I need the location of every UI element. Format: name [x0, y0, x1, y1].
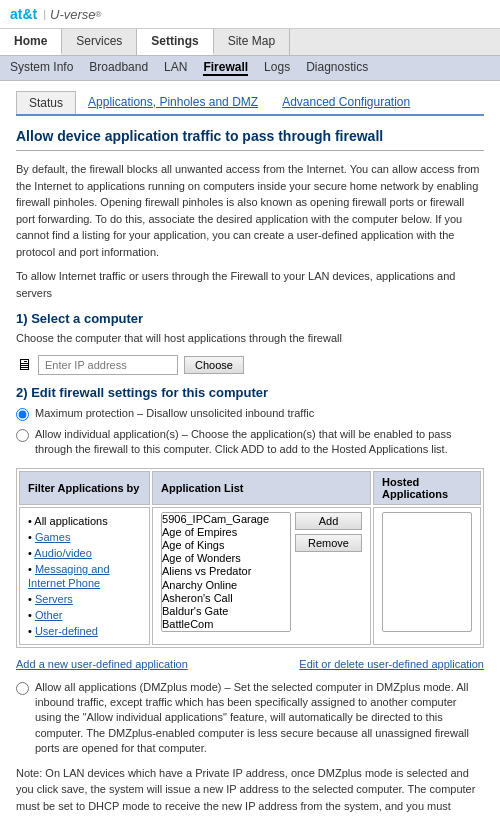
hosted-cell [373, 507, 481, 645]
links-row: Add a new user-defined application Edit … [16, 658, 484, 670]
add-new-link[interactable]: Add a new user-defined application [16, 658, 188, 670]
computer-icon: 🖥 [16, 356, 32, 374]
subnav-firewall[interactable]: Firewall [203, 60, 248, 76]
add-button[interactable]: Add [295, 512, 362, 530]
nav-sitemap[interactable]: Site Map [214, 29, 290, 55]
filter-userdefined[interactable]: • User-defined [28, 624, 141, 638]
tab-status[interactable]: Status [16, 91, 76, 114]
nav-home[interactable]: Home [0, 29, 62, 55]
app-option[interactable]: Anarchy Online [162, 579, 290, 592]
computer-select-row: 🖥 Choose [16, 355, 484, 375]
filter-all: • All applications [28, 514, 141, 528]
radio-dmz-input[interactable] [16, 682, 29, 695]
radio-individual-input[interactable] [16, 429, 29, 442]
intro-text: By default, the firewall blocks all unwa… [16, 161, 484, 260]
filter-messaging[interactable]: • Messaging and Internet Phone [28, 562, 141, 590]
header: at&t | U-verse ® [0, 0, 500, 29]
att-logo: at&t [10, 6, 37, 22]
remove-button[interactable]: Remove [295, 534, 362, 552]
filter-games[interactable]: • Games [28, 530, 141, 544]
tab-applications[interactable]: Applications, Pinholes and DMZ [76, 91, 270, 114]
subnav-broadband[interactable]: Broadband [89, 60, 148, 76]
app-option[interactable]: 5906_IPCam_Garage [162, 513, 290, 526]
app-option[interactable]: Age of Kings [162, 539, 290, 552]
app-option[interactable]: Aliens vs Predator [162, 565, 290, 578]
sub-nav: System Info Broadband LAN Firewall Logs … [0, 56, 500, 81]
hosted-select[interactable] [382, 512, 472, 632]
radio-individual-label: Allow individual application(s) – Choose… [35, 427, 484, 458]
section2-title: 2) Edit firewall settings for this compu… [16, 385, 484, 400]
app-option[interactable]: Asheron's Call [162, 592, 290, 605]
subnav-lan[interactable]: LAN [164, 60, 187, 76]
tab-advanced[interactable]: Advanced Configuration [270, 91, 422, 114]
subnav-diagnostics[interactable]: Diagnostics [306, 60, 368, 76]
radio-individual: Allow individual application(s) – Choose… [16, 427, 484, 458]
subnav-logs[interactable]: Logs [264, 60, 290, 76]
ip-input[interactable] [38, 355, 178, 375]
hosted-header: Hosted Applications [373, 471, 481, 505]
subnav-systeminfo[interactable]: System Info [10, 60, 73, 76]
radio-max-label: Maximum protection – Disallow unsolicite… [35, 406, 314, 421]
uverse-logo: U-verse [50, 7, 96, 22]
app-option[interactable]: Age of Empires [162, 526, 290, 539]
dmz-label: Allow all applications (DMZplus mode) – … [35, 680, 484, 757]
dmz-radio-row: Allow all applications (DMZplus mode) – … [16, 680, 484, 757]
nav-settings[interactable]: Settings [137, 29, 213, 55]
filter-audio[interactable]: • Audio/video [28, 546, 141, 560]
app-option[interactable]: Baldur's Gate [162, 605, 290, 618]
filter-list-cell: • All applications • Games • Audio/video… [19, 507, 150, 645]
app-option[interactable]: BattleCom [162, 618, 290, 631]
radio-max-input[interactable] [16, 408, 29, 421]
nav-services[interactable]: Services [62, 29, 137, 55]
filter-other[interactable]: • Other [28, 608, 141, 622]
content-area: Status Applications, Pinholes and DMZ Ad… [0, 81, 500, 818]
edit-link[interactable]: Edit or delete user-defined application [299, 658, 484, 670]
select-desc: Choose the computer that will host appli… [16, 330, 484, 347]
choose-button[interactable]: Choose [184, 356, 244, 374]
subtext: To allow Internet traffic or users throu… [16, 268, 484, 301]
filter-servers[interactable]: • Servers [28, 592, 141, 606]
app-list-select[interactable]: 5906_IPCam_Garage Age of Empires Age of … [161, 512, 291, 632]
filter-table: Filter Applications by Application List … [16, 468, 484, 648]
filter-col-header: Filter Applications by [19, 471, 150, 505]
main-nav: Home Services Settings Site Map [0, 29, 500, 56]
app-list-cell: 5906_IPCam_Garage Age of Empires Age of … [152, 507, 371, 645]
radio-max-protection: Maximum protection – Disallow unsolicite… [16, 406, 484, 421]
app-list-header: Application List [152, 471, 371, 505]
note-text: Note: On LAN devices which have a Privat… [16, 765, 484, 818]
tab-bar: Status Applications, Pinholes and DMZ Ad… [16, 91, 484, 116]
page-title: Allow device application traffic to pass… [16, 128, 484, 151]
section1-title: 1) Select a computer [16, 311, 484, 326]
app-option[interactable]: Age of Wonders [162, 552, 290, 565]
